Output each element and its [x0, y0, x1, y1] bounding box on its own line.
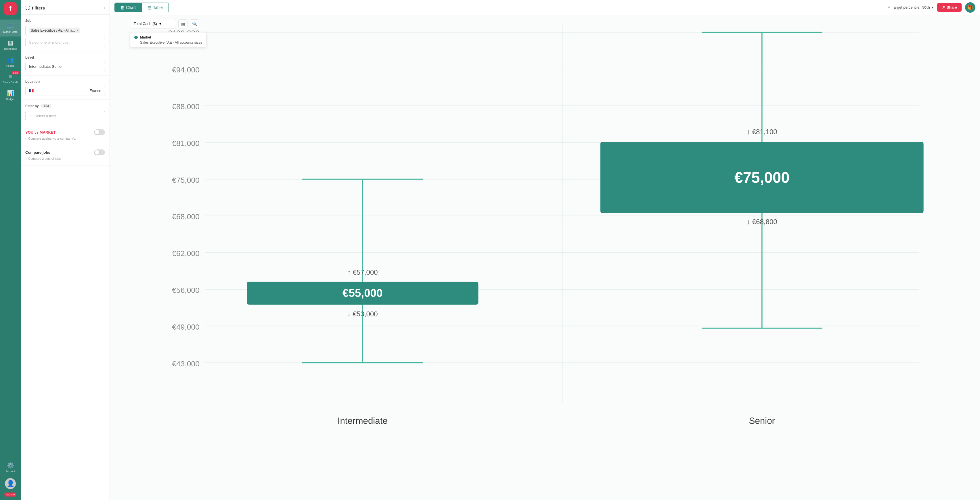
svg-text:↓ €68,800: ↓ €68,800	[747, 218, 777, 225]
chart-tab-icon: ▦	[121, 5, 124, 10]
beta-badge: Beta	[12, 71, 19, 75]
sidebar-label-people: People	[6, 64, 14, 68]
location-filter-input[interactable]: 🇫🇷 France	[25, 86, 105, 95]
gift-button[interactable]: 🎁	[965, 2, 975, 13]
you-vs-market-title: YOU vs MARKET	[25, 130, 56, 135]
location-filter-section: Location 🇫🇷 France	[21, 76, 110, 100]
filter-icon-top: ≡	[888, 5, 890, 10]
filter-icon: ⛶	[25, 5, 30, 10]
filter-by-label: Filter by	[25, 104, 39, 108]
tooltip-dot	[134, 36, 138, 39]
job-tag-text: Sales Executive / AE - All a...	[31, 29, 75, 32]
job-filter-input[interactable]: Sales Executive / AE - All a... ×	[25, 25, 105, 36]
compare-jobs-header: Compare jobs	[25, 149, 105, 155]
you-vs-market-desc: ℹ Compare against your company's.	[25, 137, 105, 141]
filter-by-row: Filter by 134	[25, 104, 105, 108]
sidebar-item-market-data[interactable]: ⚖️ Market Data	[0, 19, 21, 37]
tooltip-header: Market	[134, 35, 202, 40]
filters-header: ⛶ Filters ‹	[21, 0, 110, 15]
version-badge: 100.0.0	[4, 492, 16, 497]
svg-text:↓ €53,000: ↓ €53,000	[347, 310, 378, 318]
dashboard-icon: ▦	[8, 40, 13, 46]
chevron-down-cash: ▾	[159, 22, 161, 26]
tab-table[interactable]: ▤ Table	[142, 3, 169, 12]
svg-text:€94,000: €94,000	[172, 65, 200, 74]
level-value: Intermediate, Senior	[29, 64, 63, 69]
sidebar-item-dashboard[interactable]: ▦ Dashboard	[0, 37, 21, 54]
sidebar-item-account[interactable]: ⚙️ Account	[0, 459, 21, 476]
job-tag-close[interactable]: ×	[76, 28, 78, 33]
location-flag: 🇫🇷	[29, 89, 33, 93]
main-content: ▦ Chart ▤ Table ≡ Target percentile: 50t…	[110, 0, 980, 500]
level-filter-input[interactable]: Intermediate, Senior	[25, 62, 105, 71]
share-button[interactable]: ↗ Share	[937, 3, 962, 12]
compare-jobs-title: Compare jobs	[25, 150, 50, 155]
job-more-input[interactable]: Select one or more jobs	[25, 38, 105, 47]
sidebar-item-salary-bands[interactable]: Beta ≡ Salary Bands	[0, 70, 21, 87]
info-icon-compare-jobs: ℹ	[25, 157, 27, 161]
compare-jobs-toggle[interactable]	[94, 149, 105, 155]
chart-area: €100,000 €94,000 €88,000 €81,000 €75,000…	[110, 15, 980, 500]
level-filter-section: Level Intermediate, Senior	[21, 51, 110, 76]
filter-by-section: Filter by 134 ＋ Select a filter	[21, 100, 110, 125]
table-tab-icon: ▤	[148, 5, 151, 10]
tab-group: ▦ Chart ▤ Table	[115, 3, 169, 12]
filter-add-button[interactable]: ＋ Select a filter	[25, 111, 105, 121]
sidebar-label-dashboard: Dashboard	[4, 48, 17, 51]
job-filter-section: Job Sales Executive / AE - All a... × Se…	[21, 15, 110, 51]
cash-label: Total Cash (€)	[134, 22, 157, 26]
svg-text:€68,000: €68,000	[172, 212, 200, 221]
job-filter-label: Job	[25, 19, 105, 23]
location-value: France	[90, 89, 101, 93]
svg-text:€62,000: €62,000	[172, 249, 200, 258]
share-icon: ↗	[942, 5, 945, 10]
avatar[interactable]: 👤	[5, 478, 16, 489]
you-vs-market-header: YOU vs MARKET	[25, 129, 105, 135]
svg-text:€88,000: €88,000	[172, 102, 200, 111]
logo[interactable]: f	[4, 2, 17, 15]
svg-text:€49,000: €49,000	[172, 323, 200, 331]
filters-collapse-button[interactable]: ‹	[103, 5, 105, 10]
svg-text:Senior: Senior	[749, 416, 775, 426]
bar-chart-icon: ▦	[181, 22, 185, 26]
svg-text:€75,000: €75,000	[734, 169, 790, 186]
job-tag: Sales Executive / AE - All a... ×	[29, 28, 80, 33]
filters-title: ⛶ Filters	[25, 5, 45, 10]
location-filter-label: Location	[25, 79, 105, 84]
tab-chart[interactable]: ▦ Chart	[115, 3, 142, 12]
filters-panel: ⛶ Filters ‹ Job Sales Executive / AE - A…	[21, 0, 110, 500]
salary-bands-icon: ≡	[9, 73, 12, 79]
sidebar-label-market-data: Market Data	[3, 30, 17, 33]
job-placeholder: Select one or more jobs	[29, 40, 68, 44]
chart-bar-icon-btn[interactable]: ▦	[178, 19, 188, 29]
gift-icon: 🎁	[967, 5, 973, 10]
chart-controls: Total Cash (€) ▾ ▦ 🔍	[130, 19, 199, 29]
svg-text:↑ €81,100: ↑ €81,100	[747, 128, 777, 136]
target-percentile[interactable]: ≡ Target percentile: 50th ▾	[888, 5, 934, 10]
chevron-down-icon: ▾	[932, 5, 934, 10]
svg-text:€81,000: €81,000	[172, 139, 200, 148]
plus-icon: ＋	[29, 113, 33, 118]
sidebar-label-account: Account	[6, 470, 15, 473]
you-vs-market-section: YOU vs MARKET ℹ Compare against your com…	[21, 125, 110, 145]
chart-tooltip: Market Sales Executive / AE - All accoun…	[130, 32, 207, 48]
compare-jobs-section: Compare jobs ℹ Compare 2 sets of jobs.	[21, 145, 110, 165]
tooltip-desc: Sales Executive / AE - All accounts size…	[134, 41, 202, 44]
compare-jobs-desc: ℹ Compare 2 sets of jobs.	[25, 157, 105, 161]
sidebar-item-people[interactable]: 👥 People	[0, 54, 21, 70]
chart-svg: €100,000 €94,000 €88,000 €81,000 €75,000…	[110, 15, 980, 500]
svg-text:€75,000: €75,000	[172, 176, 200, 184]
budget-icon: 📊	[7, 90, 14, 97]
you-vs-market-toggle[interactable]	[94, 129, 105, 135]
search-icon: 🔍	[192, 22, 197, 26]
sidebar-item-budget[interactable]: 📊 Budget	[0, 87, 21, 104]
svg-text:€56,000: €56,000	[172, 286, 200, 295]
filter-count: 134	[41, 104, 51, 108]
cash-dropdown[interactable]: Total Cash (€) ▾	[130, 19, 176, 29]
tooltip-market-label: Market	[140, 35, 151, 40]
account-icon: ⚙️	[7, 462, 14, 469]
sidebar: f ⚖️ Market Data ▦ Dashboard 👥 People Be…	[0, 0, 21, 500]
chart-search-btn[interactable]: 🔍	[190, 19, 199, 29]
svg-text:€43,000: €43,000	[172, 359, 200, 368]
info-icon-you-vs-market: ℹ	[25, 137, 27, 141]
